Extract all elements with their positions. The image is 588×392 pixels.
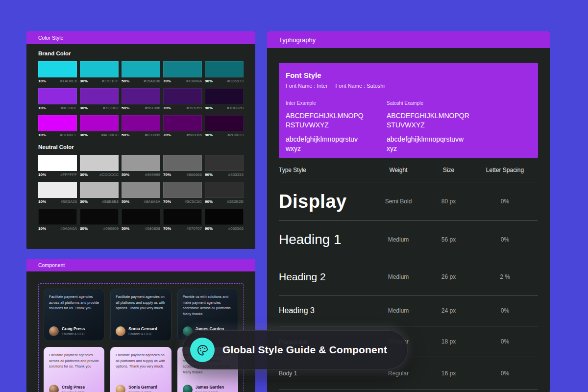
brand-color-row: 10%#DB00FF 30%#AF00CC 50%#830099 70%#580… xyxy=(38,115,244,138)
color-chip xyxy=(38,182,77,198)
testimonial-card-dark: Facilitate payment agencies on all platf… xyxy=(110,289,171,341)
swatch-percent-label: 50% xyxy=(122,106,129,111)
color-chip xyxy=(38,88,77,104)
type-style-spacing: 0% xyxy=(472,198,538,205)
type-style-name: Heading 1 xyxy=(279,232,371,247)
type-style-row: Heading 1 Medium 56 px 0% xyxy=(279,221,538,258)
testimonial-quote: Facilitate payment agencies across all p… xyxy=(49,352,99,369)
color-chip xyxy=(38,61,77,77)
color-swatch: 70%#580066 xyxy=(163,115,202,138)
swatch-hex-label: #CCCCCC xyxy=(99,172,119,177)
type-style-name: Display xyxy=(279,191,371,212)
col-header-type-style: Type Style xyxy=(279,167,371,173)
color-swatch: 50%#830099 xyxy=(122,115,160,138)
inter-uppercase-line: RSTUVWXYZ xyxy=(286,121,387,130)
color-swatch: 30%#090909 xyxy=(80,209,119,231)
color-chip xyxy=(122,155,160,171)
inter-lowercase-line: abcdefghijklmnopqrstuv xyxy=(286,135,387,144)
type-style-size: 80 px xyxy=(425,198,472,205)
color-chip xyxy=(38,209,77,225)
brand-color-row: 10%#8F28DF 30%#7220B2 50%#561886 70%#391… xyxy=(38,88,244,111)
type-style-name: Heading 3 xyxy=(279,306,371,315)
color-swatch: 90%#050505 xyxy=(205,209,244,231)
swatch-percent-label: 70% xyxy=(163,226,171,231)
swatch-hex-label: #080808 xyxy=(145,226,160,231)
swatch-percent-label: 50% xyxy=(122,226,129,231)
swatch-hex-label: #2C0033 xyxy=(228,133,244,138)
swatch-percent-label: 30% xyxy=(80,199,88,204)
satoshi-lowercase-line: abcdefghijklmnopqrstuvw xyxy=(387,135,531,144)
brand-color-heading: Brand Color xyxy=(38,50,244,56)
swatch-hex-label: #15ABB8 xyxy=(144,79,160,84)
swatch-percent-label: 90% xyxy=(205,133,213,138)
color-swatch: 10%#5E3A26 xyxy=(38,182,77,204)
type-style-size: 24 px xyxy=(425,307,472,314)
color-style-panel-body: Brand Color 10%#1AD6E6 30%#17C1CF 50%#15… xyxy=(26,50,255,231)
color-swatch: 10%#FFFFFF xyxy=(38,155,77,177)
swatch-percent-label: 50% xyxy=(122,79,129,84)
swatch-hex-label: #0A0A0A xyxy=(60,226,77,231)
testimonial-name: Craig Press xyxy=(62,326,85,332)
brand-color-row: 10%#1AD6E6 30%#17C1CF 50%#15ABB8 70%#108… xyxy=(38,61,244,84)
color-chip xyxy=(38,115,77,131)
swatch-percent-label: 10% xyxy=(38,79,46,84)
swatch-percent-label: 70% xyxy=(163,133,171,138)
swatch-percent-label: 90% xyxy=(205,106,213,111)
color-chip xyxy=(80,209,119,225)
testimonial-role: Founder & CEO xyxy=(196,390,224,392)
type-style-weight: Semi Bold xyxy=(371,198,425,205)
inter-lowercase-line: wxyz xyxy=(286,144,387,153)
type-style-size: 16 px xyxy=(425,370,472,377)
swatch-hex-label: #070707 xyxy=(187,226,202,231)
testimonial-quote: Provide us with solutions and make payme… xyxy=(183,294,233,317)
color-chip xyxy=(80,182,119,198)
testimonial-card-light: Facilitate payment agencies across all p… xyxy=(44,347,104,392)
color-swatch: 50%#15ABB8 xyxy=(122,61,160,84)
swatch-percent-label: 50% xyxy=(122,172,129,177)
neutral-color-heading: Neutral Color xyxy=(38,144,244,150)
swatch-hex-label: #830099 xyxy=(145,133,160,138)
component-panel-header: Component xyxy=(26,259,255,271)
swatch-hex-label: #B8B8B8 xyxy=(102,199,119,204)
type-style-row: Display Semi Bold 80 px 0% xyxy=(279,182,538,221)
type-style-spacing: 0% xyxy=(472,236,538,243)
swatch-hex-label: #10808A xyxy=(186,79,202,84)
swatch-percent-label: 90% xyxy=(205,199,213,204)
testimonial-role: Founder & CEO xyxy=(62,332,85,336)
swatch-percent-label: 70% xyxy=(163,79,171,84)
neutral-color-row: 10%#FFFFFF 30%#CCCCCC 50%#999999 70%#666… xyxy=(38,155,244,177)
satoshi-example-label: Satoshi Example xyxy=(387,100,531,106)
swatch-hex-label: #1AD6E6 xyxy=(60,79,77,84)
avatar xyxy=(183,385,193,392)
swatch-hex-label: #17C1CF xyxy=(102,79,119,84)
swatch-percent-label: 70% xyxy=(163,199,171,204)
color-swatch: 30%#17C1CF xyxy=(80,61,119,84)
swatch-percent-label: 70% xyxy=(163,172,171,177)
color-chip xyxy=(122,115,160,131)
swatch-hex-label: #5E3A26 xyxy=(61,199,77,204)
type-style-row: Heading 3 Medium 24 px 0% xyxy=(279,295,538,326)
inter-example-label: Inter Example xyxy=(286,100,387,106)
avatar xyxy=(49,326,59,336)
testimonial-quote: Facilitate payment agencies across all p… xyxy=(49,294,99,311)
type-style-table-header: Type Style Weight Size Letter Spacing xyxy=(279,158,538,182)
type-style-row: Heading 2 Medium 26 px 2 % xyxy=(279,258,538,295)
type-style-weight: Medium xyxy=(371,273,425,280)
testimonial-role: Founder & CEO xyxy=(128,390,157,392)
title-pill[interactable]: Global Style Guide & Component xyxy=(182,330,408,369)
satoshi-uppercase-line: STUVWXYZ xyxy=(387,121,531,130)
color-swatch: 30%#CCCCCC xyxy=(80,155,119,177)
swatch-percent-label: 30% xyxy=(80,133,88,138)
testimonial-role: Founder & CEO xyxy=(128,332,157,336)
color-swatch: 70%#070707 xyxy=(163,209,202,231)
swatch-percent-label: 30% xyxy=(80,79,88,84)
testimonial-card-dark: Facilitate payment agencies across all p… xyxy=(44,289,104,341)
type-style-weight: Medium xyxy=(371,236,425,243)
color-chip xyxy=(80,88,119,104)
font-style-box: Font Style Font Name : Inter Font Name :… xyxy=(279,63,538,158)
testimonial-quote: Facilitate payment agencies on all platf… xyxy=(116,352,166,369)
color-chip xyxy=(80,61,119,77)
swatch-hex-label: #8A8A8A xyxy=(144,199,160,204)
color-swatch: 90%#0D6B73 xyxy=(205,61,244,84)
color-chip xyxy=(122,209,160,225)
